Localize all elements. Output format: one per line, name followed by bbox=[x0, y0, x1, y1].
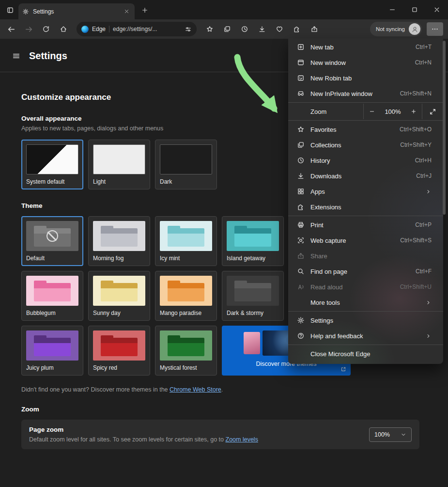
zoom-levels-link[interactable]: Zoom levels bbox=[226, 436, 258, 443]
menu-item-favorites[interactable]: Favorites Ctrl+Shift+O bbox=[288, 122, 443, 137]
theme-card-dark-stormy[interactable]: Dark & stormy bbox=[222, 271, 284, 321]
menu-item-shortcut: Ctrl+F bbox=[416, 268, 432, 275]
browser-tab[interactable]: Settings bbox=[18, 3, 135, 19]
settings-menu-icon[interactable] bbox=[12, 52, 20, 60]
menu-item-downloads[interactable]: Downloads Ctrl+J bbox=[288, 168, 443, 184]
collections-icon bbox=[223, 25, 231, 33]
theme-preview bbox=[160, 276, 212, 306]
downloads-button[interactable] bbox=[254, 21, 270, 37]
appearance-card-light[interactable]: Light bbox=[88, 140, 150, 189]
theme-preview bbox=[227, 221, 279, 251]
back-button[interactable] bbox=[3, 21, 19, 37]
card-label: Island getaway bbox=[227, 255, 279, 262]
theme-card-island-getaway[interactable]: Island getaway bbox=[222, 216, 284, 266]
new-tab-button[interactable] bbox=[139, 4, 151, 16]
refresh-button[interactable] bbox=[38, 21, 54, 37]
theme-card-mystical-forest[interactable]: Mystical forest bbox=[155, 326, 217, 376]
zoom-out-button[interactable] bbox=[364, 104, 380, 119]
menu-item-label: New window bbox=[310, 59, 415, 66]
menu-item-label: More tools bbox=[310, 299, 422, 306]
theme-preview bbox=[93, 221, 145, 251]
menu-separator bbox=[288, 345, 443, 345]
menu-item-help-and-feedback[interactable]: Help and feedback bbox=[288, 328, 443, 344]
puzzle-icon bbox=[293, 25, 301, 33]
menu-item-history[interactable]: History Ctrl+H bbox=[288, 153, 443, 168]
window-titlebar: Settings bbox=[0, 0, 448, 19]
fullscreen-button[interactable] bbox=[422, 104, 443, 119]
tab-actions-button[interactable] bbox=[4, 4, 16, 16]
theme-card-morning-fog[interactable]: Morning fog bbox=[88, 216, 150, 266]
extensions-button[interactable] bbox=[289, 21, 305, 37]
store-note-text: Didn't find one you want? Discover more … bbox=[21, 386, 170, 393]
card-label: System default bbox=[26, 178, 78, 185]
theme-folder bbox=[34, 338, 71, 356]
menu-item-new-inprivate-window[interactable]: New InPrivate window Ctrl+Shift+N bbox=[288, 86, 443, 101]
more-menu-button[interactable] bbox=[427, 22, 443, 36]
address-bar[interactable]: Edge edge://settings/... bbox=[77, 22, 197, 36]
forward-button[interactable] bbox=[20, 21, 37, 37]
menu-item-web-capture[interactable]: Web capture Ctrl+Shift+S bbox=[288, 233, 443, 248]
menu-item-new-tab[interactable]: New tab Ctrl+T bbox=[288, 39, 443, 55]
card-label: Sunny day bbox=[93, 310, 145, 316]
zoom-in-button[interactable] bbox=[405, 104, 422, 119]
home-button[interactable] bbox=[55, 21, 72, 37]
theme-preview bbox=[160, 330, 212, 361]
appearance-card-system-default[interactable]: System default bbox=[21, 140, 83, 189]
page-scrollbar[interactable] bbox=[443, 41, 446, 215]
tab-close-icon[interactable] bbox=[122, 7, 131, 16]
menu-item-new-robin-tab[interactable]: New Robin tab bbox=[288, 70, 443, 86]
light-preview bbox=[93, 144, 145, 174]
collections-button[interactable] bbox=[219, 21, 235, 37]
chrome-web-store-link[interactable]: Chrome Web Store bbox=[170, 386, 221, 393]
browser-essentials-button[interactable] bbox=[271, 21, 288, 37]
menu-item-read-aloud[interactable]: Read aloud Ctrl+Shift+U bbox=[288, 279, 443, 295]
site-badge-label: Edge bbox=[92, 26, 106, 32]
appearance-card-dark[interactable]: Dark bbox=[155, 140, 217, 189]
card-label: Morning fog bbox=[93, 255, 145, 262]
close-button[interactable] bbox=[426, 0, 448, 19]
theme-folder bbox=[101, 283, 138, 301]
theme-card-bubblegum[interactable]: Bubblegum bbox=[21, 271, 83, 321]
history-icon bbox=[296, 157, 306, 164]
theme-card-juicy-plum[interactable]: Juicy plum bbox=[21, 326, 83, 376]
apps-icon bbox=[296, 188, 306, 195]
menu-item-apps[interactable]: Apps bbox=[288, 184, 443, 199]
settings-gear-favicon bbox=[22, 8, 29, 15]
minimize-button[interactable] bbox=[381, 0, 403, 19]
theme-preview bbox=[26, 330, 78, 361]
menu-item-share[interactable]: Share bbox=[288, 248, 443, 264]
site-permissions-icon[interactable] bbox=[185, 26, 192, 33]
forward-icon bbox=[25, 25, 33, 33]
zoom-value: 100% bbox=[380, 108, 405, 115]
favorites-button[interactable] bbox=[201, 21, 218, 37]
new-robin-tab-icon bbox=[296, 74, 306, 82]
page-zoom-description: Default zoom level for all sites. To see… bbox=[29, 436, 258, 443]
profile-button[interactable]: Not syncing bbox=[370, 22, 422, 36]
menu-item-new-window[interactable]: New window Ctrl+N bbox=[288, 55, 443, 70]
menu-item-print[interactable]: Print Ctrl+P bbox=[288, 217, 443, 233]
menu-item-find-on-page[interactable]: Find on page Ctrl+F bbox=[288, 264, 443, 279]
menu-item-label: Share bbox=[310, 252, 432, 260]
maximize-button[interactable] bbox=[403, 0, 426, 19]
downloads-icon bbox=[296, 172, 306, 180]
page-zoom-select[interactable]: 100% bbox=[369, 427, 412, 442]
theme-folder bbox=[234, 283, 271, 301]
menu-item-collections[interactable]: Collections Ctrl+Shift+Y bbox=[288, 137, 443, 153]
more-menu-dropdown: New tab Ctrl+T New window Ctrl+N New Rob… bbox=[288, 38, 443, 364]
submenu-chevron-icon bbox=[425, 299, 432, 306]
share-button[interactable] bbox=[306, 21, 323, 37]
theme-card-spicy-red[interactable]: Spicy red bbox=[88, 326, 150, 376]
menu-item-extensions[interactable]: Extensions bbox=[288, 199, 443, 215]
menu-item-more-tools[interactable]: More tools bbox=[288, 295, 443, 310]
menu-item-settings[interactable]: Settings bbox=[288, 313, 443, 328]
folder-body bbox=[101, 343, 138, 356]
menu-item-close-edge[interactable]: Close Microsoft Edge bbox=[288, 346, 443, 361]
history-button[interactable] bbox=[236, 21, 253, 37]
theme-card-icy-mint[interactable]: Icy mint bbox=[155, 216, 217, 266]
chevron-down-icon bbox=[401, 432, 406, 438]
theme-card-default[interactable]: Default bbox=[21, 216, 83, 266]
theme-card-sunny-day[interactable]: Sunny day bbox=[88, 271, 150, 321]
folder-band bbox=[234, 228, 271, 234]
folder-band bbox=[168, 283, 204, 288]
theme-card-mango-paradise[interactable]: Mango paradise bbox=[155, 271, 217, 321]
